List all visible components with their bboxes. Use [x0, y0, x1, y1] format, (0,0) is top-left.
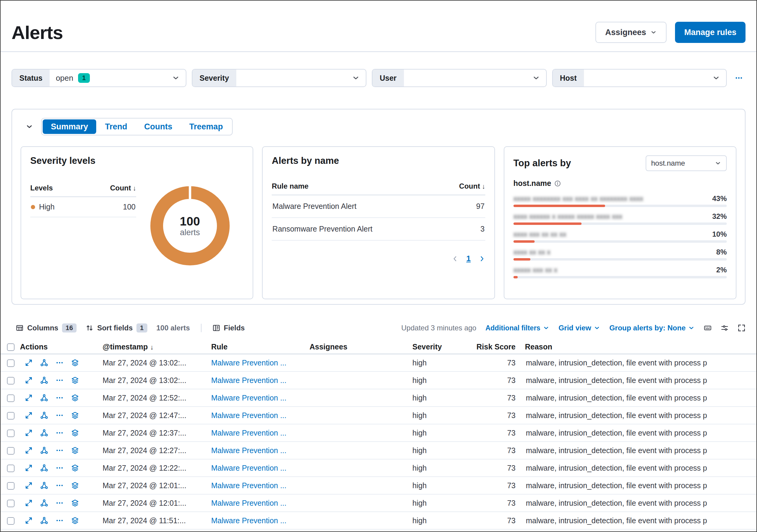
grid-view-button[interactable]: Grid view	[559, 324, 600, 332]
analyze-event-icon[interactable]	[40, 482, 48, 490]
risk-score-header[interactable]: Risk Score	[468, 343, 521, 351]
more-actions-icon[interactable]	[56, 482, 64, 490]
next-page-icon[interactable]	[479, 255, 485, 262]
session-view-icon[interactable]	[71, 482, 79, 490]
tab-counts[interactable]: Counts	[136, 119, 181, 134]
page-number[interactable]: 1	[466, 254, 470, 263]
more-actions-icon[interactable]	[56, 446, 64, 454]
rule-link[interactable]: Malware Prevention ...	[206, 516, 305, 525]
reason-cell[interactable]: malware, intrusion_detection, file event…	[521, 411, 756, 420]
row-checkbox[interactable]	[7, 482, 15, 490]
row-checkbox[interactable]	[7, 517, 15, 525]
row-checkbox[interactable]	[7, 394, 15, 402]
row-checkbox[interactable]	[7, 430, 15, 437]
assignees-header[interactable]: Assignees	[305, 343, 408, 351]
row-checkbox[interactable]	[7, 359, 15, 367]
more-actions-icon[interactable]	[56, 517, 64, 524]
user-filter[interactable]: User	[372, 69, 547, 87]
sort-fields-button[interactable]: Sort fields 1	[86, 323, 147, 332]
analyze-event-icon[interactable]	[40, 359, 48, 367]
more-actions-icon[interactable]	[56, 394, 64, 402]
session-view-icon[interactable]	[71, 517, 79, 524]
more-filters-icon[interactable]	[732, 71, 745, 85]
session-view-icon[interactable]	[71, 359, 79, 367]
collapse-charts-icon[interactable]	[25, 123, 33, 130]
analyze-event-icon[interactable]	[40, 464, 48, 472]
analyze-event-icon[interactable]	[40, 446, 48, 454]
expand-alert-icon[interactable]	[25, 482, 33, 490]
fields-button[interactable]: Fields	[212, 324, 245, 332]
reason-cell[interactable]: malware, intrusion_detection, file event…	[521, 464, 756, 472]
session-view-icon[interactable]	[71, 376, 79, 384]
expand-alert-icon[interactable]	[25, 499, 33, 507]
more-actions-icon[interactable]	[56, 429, 64, 437]
top-alerts-field-select[interactable]: host.name	[646, 155, 727, 171]
status-filter[interactable]: Status open 1	[12, 69, 186, 87]
severity-header[interactable]: Severity	[408, 343, 468, 351]
analyze-event-icon[interactable]	[40, 394, 48, 402]
more-actions-icon[interactable]	[56, 411, 64, 419]
expand-alert-icon[interactable]	[25, 394, 33, 402]
reason-cell[interactable]: malware, intrusion_detection, file event…	[521, 516, 756, 525]
reason-cell[interactable]: malware, intrusion_detection, file event…	[521, 499, 756, 508]
session-view-icon[interactable]	[71, 429, 79, 437]
more-actions-icon[interactable]	[56, 464, 64, 472]
tab-treemap[interactable]: Treemap	[181, 119, 231, 134]
expand-alert-icon[interactable]	[25, 429, 33, 437]
reason-cell[interactable]: malware, intrusion_detection, file event…	[521, 446, 756, 455]
analyze-event-icon[interactable]	[40, 411, 48, 419]
reason-cell[interactable]: malware, intrusion_detection, file event…	[521, 376, 756, 385]
reason-cell[interactable]: malware, intrusion_detection, file event…	[521, 358, 756, 367]
analyze-event-icon[interactable]	[40, 429, 48, 437]
rule-link[interactable]: Malware Prevention ...	[206, 411, 305, 420]
rule-link[interactable]: Malware Prevention ...	[206, 429, 305, 437]
session-view-icon[interactable]	[71, 446, 79, 454]
expand-alert-icon[interactable]	[25, 411, 33, 419]
analyze-event-icon[interactable]	[40, 499, 48, 507]
reason-cell[interactable]: malware, intrusion_detection, file event…	[521, 394, 756, 402]
count-column-header[interactable]: Count↓	[459, 182, 485, 190]
grid-settings-icon[interactable]	[721, 324, 729, 332]
expand-alert-icon[interactable]	[25, 464, 33, 472]
tab-summary[interactable]: Summary	[43, 119, 96, 134]
columns-button[interactable]: Columns 16	[16, 323, 76, 332]
rule-header[interactable]: Rule	[206, 343, 305, 351]
reason-cell[interactable]: malware, intrusion_detection, file event…	[521, 481, 756, 490]
rule-link[interactable]: Malware Prevention ...	[206, 376, 305, 385]
row-checkbox[interactable]	[7, 447, 15, 455]
rule-link[interactable]: Malware Prevention ...	[206, 499, 305, 508]
rule-link[interactable]: Malware Prevention ...	[206, 394, 305, 402]
group-alerts-by-button[interactable]: Group alerts by: None	[609, 324, 695, 332]
severity-filter[interactable]: Severity	[192, 69, 367, 87]
reason-cell[interactable]: malware, intrusion_detection, file event…	[521, 429, 756, 437]
info-icon[interactable]	[554, 180, 561, 187]
more-actions-icon[interactable]	[56, 376, 64, 384]
expand-alert-icon[interactable]	[25, 359, 33, 367]
tab-trend[interactable]: Trend	[97, 119, 136, 134]
host-filter[interactable]: Host	[552, 69, 727, 87]
row-checkbox[interactable]	[7, 464, 15, 472]
reason-header[interactable]: Reason	[521, 343, 756, 351]
rule-link[interactable]: Malware Prevention ...	[206, 446, 305, 455]
previous-page-icon[interactable]	[452, 255, 458, 262]
timestamp-header[interactable]: @timestamp↓	[98, 343, 206, 351]
row-checkbox[interactable]	[7, 412, 15, 420]
rule-link[interactable]: Malware Prevention ...	[206, 358, 305, 367]
session-view-icon[interactable]	[71, 499, 79, 507]
session-view-icon[interactable]	[71, 411, 79, 419]
additional-filters-button[interactable]: Additional filters	[485, 324, 549, 332]
manage-rules-button[interactable]: Manage rules	[675, 22, 745, 43]
expand-alert-icon[interactable]	[25, 517, 33, 524]
analyze-event-icon[interactable]	[40, 517, 48, 524]
more-actions-icon[interactable]	[56, 359, 64, 367]
row-checkbox[interactable]	[7, 500, 15, 507]
more-actions-icon[interactable]	[56, 499, 64, 507]
row-checkbox[interactable]	[7, 377, 15, 384]
session-view-icon[interactable]	[71, 464, 79, 472]
keyboard-shortcuts-icon[interactable]	[704, 324, 712, 332]
session-view-icon[interactable]	[71, 394, 79, 402]
rule-link[interactable]: Malware Prevention ...	[206, 464, 305, 472]
assignees-button[interactable]: Assignees	[595, 22, 667, 43]
fullscreen-icon[interactable]	[738, 324, 745, 332]
select-all-checkbox[interactable]	[7, 343, 15, 351]
